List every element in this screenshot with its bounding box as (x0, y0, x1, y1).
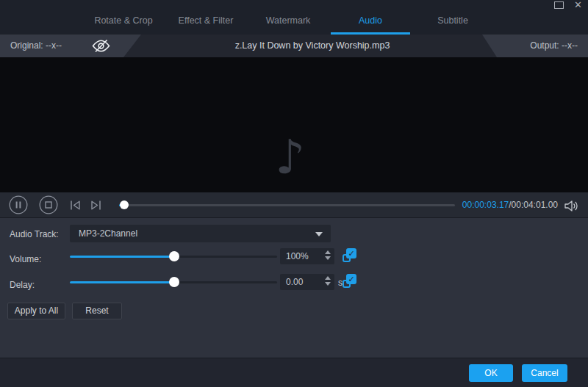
progress-track (119, 204, 455, 206)
spinner-down-icon[interactable] (325, 256, 331, 260)
tab-bar: Rotate & Crop Effect & Filter Watermark … (0, 12, 582, 35)
tab-subtitle[interactable]: Subtitle (412, 12, 494, 35)
eye-off-icon[interactable] (91, 38, 111, 54)
tab-rotate-crop[interactable]: Rotate & Crop (82, 12, 165, 35)
original-resolution-panel: Original: --x-- (0, 35, 141, 57)
volume-slider-fill (70, 256, 174, 258)
delay-slider-fill (70, 281, 174, 283)
volume-spinners (325, 250, 331, 260)
stop-button[interactable] (39, 195, 58, 214)
cancel-button[interactable]: Cancel (522, 364, 567, 382)
volume-apply-checkbox[interactable] (343, 248, 356, 262)
original-resolution-label: Original: --x-- (10, 35, 62, 57)
chevron-down-icon (315, 232, 323, 236)
audio-settings-panel: Audio Track: MP3-2Channel Volume: 100% D… (0, 217, 588, 358)
window-controls: ✕ (554, 0, 582, 10)
tab-audio[interactable]: Audio (329, 12, 412, 35)
player-bar: 00:00:03.17/00:04:01.00 (0, 192, 588, 217)
pause-button[interactable] (9, 195, 28, 214)
time-display: 00:00:03.17/00:04:01.00 (462, 200, 558, 210)
audio-track-value: MP3-2Channel (79, 225, 137, 242)
progress-thumb[interactable] (120, 200, 129, 209)
delay-label: Delay: (10, 280, 35, 290)
media-filename: z.Lay It Down by Victory Worship.mp3 (147, 35, 478, 57)
checkbox-check-icon (346, 248, 356, 258)
preview-header-bar: Original: --x-- z.Lay It Down by Victory… (0, 35, 588, 57)
elapsed-time: 00:00:03.17 (462, 200, 509, 210)
previous-frame-icon[interactable] (69, 200, 82, 211)
next-frame-icon[interactable] (90, 200, 102, 211)
close-icon[interactable]: ✕ (574, 0, 582, 10)
output-resolution-panel: Output: --x-- (482, 35, 588, 57)
total-duration: 00:04:01.00 (512, 200, 558, 210)
music-note-icon: ♪ (275, 134, 305, 181)
delay-input[interactable]: 0.00 (280, 274, 334, 290)
preview-area: ♪ (0, 57, 588, 192)
ok-button[interactable]: OK (469, 364, 513, 382)
checkbox-check-icon (346, 274, 356, 284)
volume-slider-thumb[interactable] (169, 251, 179, 261)
tab-effect-filter[interactable]: Effect & Filter (165, 12, 247, 35)
delay-slider-thumb[interactable] (169, 277, 179, 287)
playback-progress-slider[interactable] (119, 200, 455, 210)
delay-apply-checkbox[interactable] (343, 274, 356, 288)
audio-track-label: Audio Track: (10, 229, 59, 239)
apply-to-all-button[interactable]: Apply to All (7, 303, 65, 319)
audio-track-select[interactable]: MP3-2Channel (70, 225, 331, 242)
volume-input[interactable]: 100% (280, 248, 334, 264)
volume-slider[interactable] (70, 250, 277, 262)
spinner-up-icon[interactable] (325, 250, 331, 254)
spinner-down-icon[interactable] (325, 282, 331, 286)
reset-button[interactable]: Reset (72, 303, 122, 319)
output-resolution-label: Output: --x-- (530, 35, 578, 57)
speaker-volume-icon[interactable] (564, 200, 579, 212)
delay-spinners (325, 276, 331, 286)
audio-edit-window: ✕ Rotate & Crop Effect & Filter Watermar… (0, 0, 588, 387)
footer-bar: OK Cancel (0, 358, 588, 387)
tab-watermark[interactable]: Watermark (247, 12, 329, 35)
spinner-up-icon[interactable] (325, 276, 331, 280)
volume-label: Volume: (10, 254, 41, 264)
title-tab-bar: ✕ Rotate & Crop Effect & Filter Watermar… (0, 0, 588, 35)
delay-slider[interactable] (70, 276, 277, 288)
delay-value: 0.00 (286, 274, 303, 290)
volume-value: 100% (286, 248, 309, 264)
maximize-icon[interactable] (554, 1, 564, 9)
